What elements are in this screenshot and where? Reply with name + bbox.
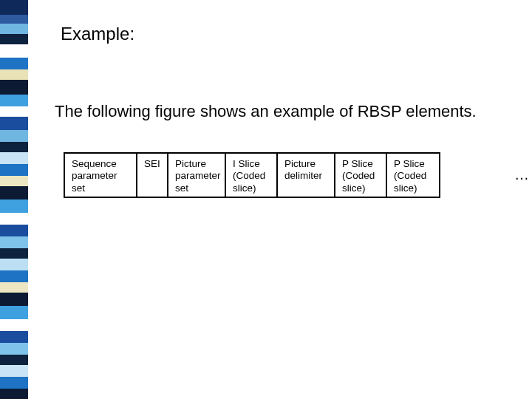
intro-text: The following figure shows an example of… xyxy=(55,102,477,121)
deco-block xyxy=(0,365,28,377)
deco-block xyxy=(0,293,28,306)
rbsp-cell-picture-delimiter: Picture delimiter xyxy=(278,154,335,197)
slide: Example: The following figure shows an e… xyxy=(0,0,532,399)
deco-block xyxy=(0,44,28,58)
deco-block xyxy=(0,343,28,355)
deco-block xyxy=(0,0,28,15)
deco-block xyxy=(0,355,28,365)
rbsp-cell-sequence-parameter-set: Sequence parameter set xyxy=(65,154,137,197)
deco-block xyxy=(0,164,28,176)
deco-block xyxy=(0,69,28,80)
deco-block xyxy=(0,259,28,270)
rbsp-elements-row: Sequence parameter set SEI Picture param… xyxy=(64,152,440,198)
deco-block xyxy=(0,248,28,259)
rbsp-cell-i-slice: I Slice (Coded slice) xyxy=(226,154,278,197)
deco-block xyxy=(0,225,28,236)
deco-block xyxy=(0,377,28,389)
decorative-left-bar xyxy=(0,0,28,399)
deco-block xyxy=(0,389,28,399)
deco-block xyxy=(0,95,28,106)
rbsp-cell-picture-parameter-set: Picture parameter set xyxy=(168,154,226,197)
deco-block xyxy=(0,142,28,152)
deco-block xyxy=(0,200,28,213)
deco-block xyxy=(0,80,28,95)
deco-block xyxy=(0,117,28,130)
rbsp-cell-p-slice-2: P Slice (Coded slice) xyxy=(387,154,439,197)
deco-block xyxy=(0,331,28,343)
deco-block xyxy=(0,306,28,319)
slide-heading: Example: xyxy=(61,24,134,44)
deco-block xyxy=(0,152,28,164)
deco-block xyxy=(0,319,28,331)
deco-block xyxy=(0,58,28,69)
deco-block xyxy=(0,176,28,186)
deco-block xyxy=(0,186,28,200)
deco-block xyxy=(0,236,28,248)
deco-block xyxy=(0,34,28,44)
deco-block xyxy=(0,213,28,225)
deco-block xyxy=(0,130,28,142)
rbsp-cell-sei: SEI xyxy=(137,154,168,197)
rbsp-cell-p-slice-1: P Slice (Coded slice) xyxy=(335,154,387,197)
ellipsis-icon: … xyxy=(514,166,531,183)
deco-block xyxy=(0,15,28,24)
deco-block xyxy=(0,24,28,34)
deco-block xyxy=(0,282,28,293)
deco-block xyxy=(0,270,28,282)
deco-block xyxy=(0,106,28,117)
